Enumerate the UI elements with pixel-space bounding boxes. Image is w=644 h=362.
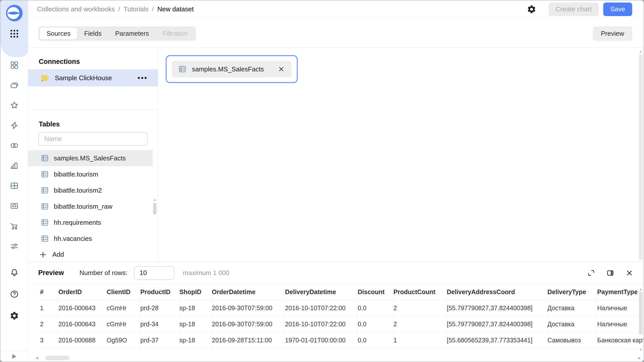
table-cell: 3 [40,332,58,348]
scrollbar-thumb[interactable] [45,356,69,360]
table-cell: 2016-09-30T07:59:00 [212,316,285,332]
create-chart-button[interactable]: Create chart [549,3,599,16]
preview-table: #OrderIDClientIDProductIDShopIDOrderDate… [40,284,643,348]
gear-icon [527,5,536,14]
tab-filtration[interactable]: Filtration [156,28,194,39]
cloud-folder-icon [10,201,19,210]
connection-name: Sample ClickHouse [55,74,112,82]
datalens-logo-icon[interactable] [5,4,23,22]
tables-title: Tables [39,120,158,129]
dataset-settings-button[interactable] [526,4,537,15]
rail-nav [10,61,19,251]
scroll-right-icon[interactable]: ▶ [637,356,641,360]
scrollbar-thumb[interactable] [639,292,642,334]
rows-max-hint: maximum 1 000 [183,269,229,277]
split-view-button[interactable] [606,269,614,277]
tab-sources[interactable]: Sources [40,28,77,39]
sources-canvas: samples.MS_SalesFacts ▲ [158,48,643,262]
top-bar: Collections and workbooks / Tutorials / … [28,1,643,18]
close-icon [626,269,633,277]
scroll-up-icon[interactable]: ▲ [639,49,643,53]
breadcrumb-separator: / [118,5,120,13]
table-list-item[interactable]: bibattle.tourism_raw [28,198,153,214]
rows-count-input[interactable] [134,266,174,280]
rail-item-marketplace[interactable] [10,221,19,231]
horizontal-scrollbar: ◀ ▶ [33,355,641,360]
rail-item-services[interactable] [10,242,19,251]
table-cell: 2016-09-30T07:59:00 [212,300,285,316]
apps-grid-icon [9,29,19,39]
rail-item-datasets[interactable] [10,141,19,150]
breadcrumb-collections[interactable]: Collections and workbooks [37,5,115,13]
rail-item-storage[interactable] [10,201,19,210]
bar-chart-icon [10,161,19,170]
scrollbar-thumb[interactable] [639,54,642,260]
table-list-item[interactable]: samples.MS_SalesFacts [28,150,153,166]
table-cell: [55.797790827,37.824400398] [447,300,547,316]
selected-source-node[interactable]: samples.MS_SalesFacts [166,55,298,83]
table-list-item[interactable]: hh.requirements [28,214,153,231]
split-view-icon [607,269,614,277]
sources-panel: Connections Sample ClickHouse ••• Tables [28,48,158,262]
rail-item-collections[interactable] [10,81,19,90]
toggle-preview-button[interactable]: Preview [593,26,632,41]
column-header: ClientID [106,284,140,300]
vertical-scrollbar: ▲ ▼ [639,287,643,351]
expand-preview-button[interactable] [587,269,595,277]
column-header: Discount [357,284,393,300]
expand-rail-button[interactable] [11,353,18,360]
connection-menu-button[interactable]: ••• [136,75,149,80]
breadcrumb-tutorials[interactable]: Tutorials [124,5,149,13]
tab-fields[interactable]: Fields [77,28,108,39]
rail-item-favorites[interactable] [10,101,19,110]
table-name: hh.requirements [54,219,101,227]
tiles-icon [10,61,19,70]
help-icon [10,290,19,299]
folders-icon [10,81,19,90]
rail-item-dashboards[interactable] [10,181,19,190]
tables-list: samples.MS_SalesFacts bibattle.tourism b… [28,150,153,247]
table-cell: [55.797790827,37.824400398] [447,316,547,332]
scrollbar-thumb[interactable] [153,203,156,215]
rail-item-charts[interactable] [10,161,19,170]
table-icon [41,218,49,227]
close-preview-button[interactable] [625,269,633,277]
remove-source-button[interactable] [277,65,285,73]
table-cell: [55.680565239,37.773353441] [447,332,547,348]
table-cell: 2016-000688 [58,332,106,348]
table-cell: 2016-09-28T15:11:00 [212,332,285,348]
table-name: bibattle.tourism2 [54,187,102,194]
table-list-item[interactable]: bibattle.tourism [28,166,153,182]
notifications-button[interactable] [9,267,20,278]
table-cell: sp-18 [179,332,212,348]
apps-menu-button[interactable] [9,28,20,39]
table-name: samples.MS_SalesFacts [54,154,126,162]
table-cell: 2 [393,300,447,316]
column-header: # [40,284,58,300]
connection-item-sample-clickhouse[interactable]: Sample ClickHouse ••• [28,69,158,86]
star-icon [10,101,19,110]
help-button[interactable] [9,289,20,300]
settings-button[interactable] [9,310,20,321]
preview-title: Preview [38,269,64,277]
table-name: hh.vacancies [54,235,92,243]
rail-item-tiles[interactable] [10,61,19,70]
table-cell: cGmHr [106,316,140,332]
tab-parameters[interactable]: Parameters [108,28,156,39]
table-list-item[interactable]: hh.vacancies [28,231,153,247]
table-list-item[interactable]: bibattle.tourism2 [28,182,153,198]
add-source-button[interactable]: Add [39,251,64,258]
table-cell: 0.0 [357,332,393,348]
sliders-icon [10,242,19,251]
scroll-up-icon[interactable]: ▲ [153,198,157,201]
table-cell: Самовывоз [547,332,597,348]
table-search-input[interactable] [38,132,148,146]
rail-item-connections[interactable] [10,121,19,130]
scroll-left-icon[interactable]: ◀ [35,356,39,360]
venn-circles-icon [10,141,19,150]
table-cell: 0.0 [357,316,393,332]
save-button[interactable]: Save [603,3,632,16]
scroll-down-icon[interactable]: ▼ [639,348,643,351]
source-chip[interactable]: samples.MS_SalesFacts [172,61,292,77]
scroll-up-icon[interactable]: ▲ [639,287,643,291]
